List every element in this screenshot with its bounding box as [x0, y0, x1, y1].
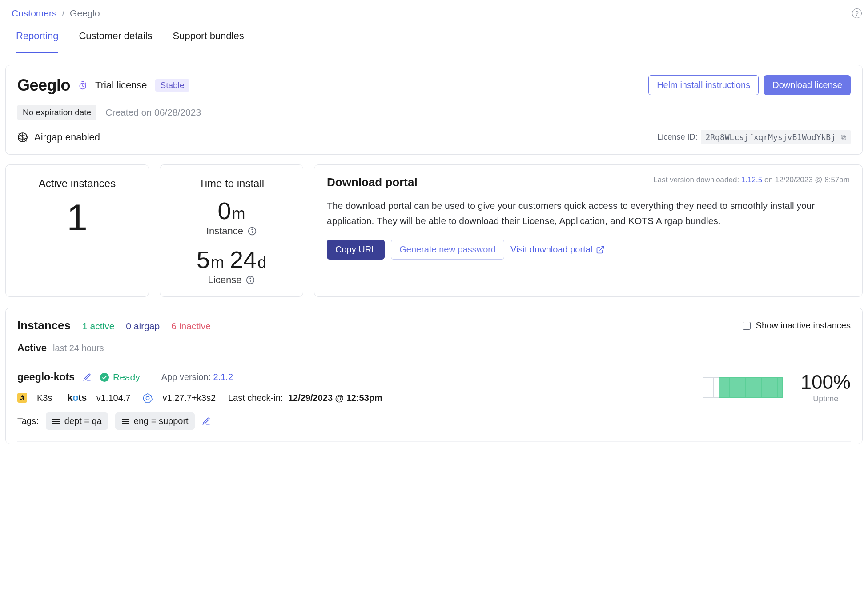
uptime-bar [729, 377, 735, 398]
instances-card: Instances 1 active 0 airgap 6 inactive S… [5, 308, 863, 444]
copy-icon[interactable] [840, 134, 847, 141]
last-checkin: Last check-in: 12/29/2023 @ 12:53pm [228, 393, 382, 403]
help-icon[interactable]: ? [852, 8, 862, 18]
tti-instance-label: Instance [206, 225, 243, 237]
trial-clock-icon [78, 81, 87, 90]
tti-instance-value: 0 [217, 197, 231, 224]
tag-lines-icon [121, 418, 129, 424]
uptime-bar [756, 377, 761, 398]
uptime-bar [740, 377, 745, 398]
tti-license-label: License [208, 274, 242, 286]
tab-support-bundles[interactable]: Support bundles [173, 30, 244, 53]
uptime-bar [767, 377, 772, 398]
uptime-bar [719, 377, 724, 398]
download-license-button[interactable]: Download license [764, 75, 851, 95]
svg-point-15 [146, 396, 149, 400]
app-version-link[interactable]: 2.1.2 [213, 372, 233, 382]
k3s-icon [17, 393, 27, 403]
instance-name[interactable]: geeglo-kots [17, 371, 75, 383]
uptime-bar [777, 377, 783, 398]
tab-customer-details[interactable]: Customer details [79, 30, 152, 53]
instance-status: Ready [100, 372, 140, 383]
portal-description: The download portal can be used to give … [327, 198, 850, 228]
instances-active-count: 1 active [82, 321, 114, 332]
tti-license-value1: 5 [197, 246, 210, 273]
generate-password-button[interactable]: Generate new password [391, 240, 504, 260]
breadcrumb-sep: / [62, 8, 64, 18]
external-link-icon [596, 245, 605, 254]
breadcrumb-root[interactable]: Customers [12, 8, 57, 18]
customer-header-card: Geeglo Trial license Stable Helm install… [5, 65, 863, 155]
breadcrumb-leaf: Geeglo [70, 8, 100, 18]
license-id-value: 2Rq8WLcsjfxqrMysjvB1WodYkBj [701, 130, 851, 144]
tti-license-value2: 24 [230, 246, 257, 273]
k8s-version: v1.27.7+k3s2 [162, 393, 216, 403]
portal-meta: Last version downloaded: 1.12.5 on 12/20… [653, 176, 850, 184]
uptime-bar [745, 377, 751, 398]
license-id-label: License ID: [657, 132, 697, 142]
edit-tags-icon[interactable] [202, 417, 211, 426]
kubernetes-icon [143, 393, 153, 403]
active-instances-value: 1 [15, 197, 140, 238]
visit-portal-link[interactable]: Visit download portal [510, 244, 605, 255]
instance-row: geeglo-kots Ready App version: 2.1.2 [17, 361, 851, 442]
tti-license-unit1: m [211, 253, 224, 272]
check-circle-icon [100, 372, 109, 382]
edit-icon[interactable] [83, 373, 92, 382]
uptime-bar [735, 377, 740, 398]
uptime-bar [751, 377, 756, 398]
svg-point-8 [252, 229, 253, 230]
airgap-icon [17, 132, 28, 143]
portal-title: Download portal [327, 176, 418, 189]
channel-badge: Stable [155, 79, 190, 92]
active-instances-card: Active instances 1 [5, 164, 149, 297]
copy-url-button[interactable]: Copy URL [327, 240, 385, 260]
license-type: Trial license [95, 80, 147, 91]
created-on: Created on 06/28/2023 [105, 107, 201, 118]
instance-app-version: App version: 2.1.2 [161, 372, 233, 382]
active-instances-title: Active instances [15, 177, 140, 190]
active-section-label: Active [17, 342, 47, 354]
uptime-bar [724, 377, 729, 398]
download-portal-card: Download portal Last version downloaded:… [314, 164, 863, 297]
checkbox-icon[interactable] [743, 322, 751, 330]
kots-version: v1.104.7 [96, 393, 131, 403]
airgap-label: Airgap enabled [34, 132, 100, 143]
kots-logo-icon: kots [67, 392, 86, 404]
expiration-chip: No expiration date [17, 105, 96, 120]
tag-lines-icon [52, 418, 60, 424]
customer-name: Geeglo [17, 76, 70, 95]
uptime-bar [703, 377, 708, 398]
tti-title: Time to install [169, 177, 294, 190]
uptime-percent: 100% [800, 371, 851, 393]
tti-license-unit2: d [257, 253, 266, 272]
helm-install-button[interactable]: Helm install instructions [648, 75, 759, 95]
svg-point-11 [250, 278, 251, 279]
tti-instance-unit: m [232, 204, 245, 223]
svg-line-12 [600, 246, 604, 250]
uptime-bars [703, 377, 783, 398]
show-inactive-toggle[interactable]: Show inactive instances [743, 320, 851, 331]
tag-pill: dept = qa [46, 412, 108, 430]
instance-distro: K3s [37, 393, 52, 403]
info-icon[interactable] [248, 227, 257, 236]
svg-marker-14 [143, 394, 152, 402]
tag-pill: eng = support [115, 412, 195, 430]
instances-title: Instances [17, 319, 71, 332]
tab-reporting[interactable]: Reporting [16, 30, 58, 53]
uptime-bar [772, 377, 777, 398]
uptime-bar [708, 377, 713, 398]
tags-label: Tags: [17, 416, 39, 426]
instances-inactive-count: 6 inactive [171, 321, 211, 332]
portal-version: 1.12.5 [741, 176, 762, 184]
active-section-range: last 24 hours [53, 343, 104, 353]
time-to-install-card: Time to install 0m Instance 5m 24d Licen… [160, 164, 303, 297]
uptime-label: Uptime [800, 394, 851, 404]
instances-airgap-count: 0 airgap [126, 321, 160, 332]
uptime-bar [713, 377, 719, 398]
uptime-bar [761, 377, 767, 398]
tabs: Reporting Customer details Support bundl… [5, 22, 863, 53]
breadcrumb: Customers / Geeglo [12, 8, 100, 19]
info-icon[interactable] [246, 276, 255, 284]
